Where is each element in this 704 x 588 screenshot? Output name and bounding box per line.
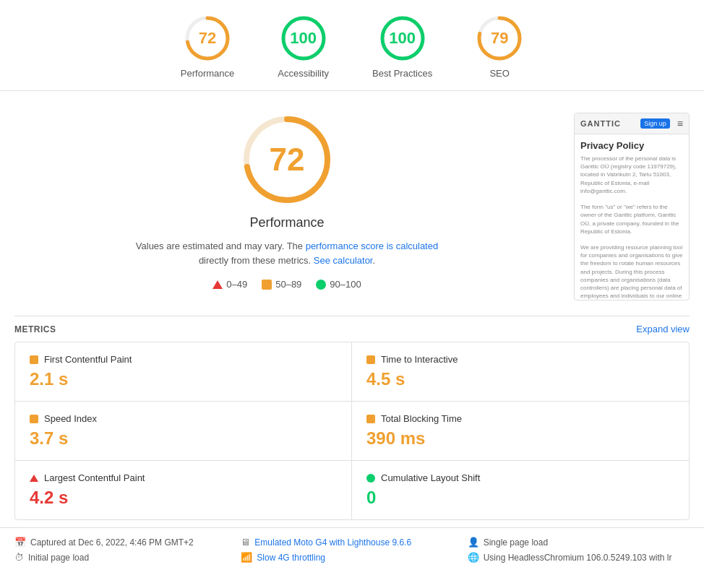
footer-load-type: ⏱ Initial page load xyxy=(14,552,236,563)
score-label-accessibility: Accessibility xyxy=(278,68,329,79)
score-label-seo: SEO xyxy=(489,68,509,79)
metric-lcp-name: Largest Contentful Paint xyxy=(44,472,145,483)
metric-si-label-row: Speed Index xyxy=(30,413,337,424)
score-item-performance[interactable]: 72 Performance xyxy=(181,14,234,79)
footer-throttle: 📶 Slow 4G throttling xyxy=(241,552,463,563)
score-item-accessibility[interactable]: 100 Accessibility xyxy=(278,14,329,79)
signal-icon: 📶 xyxy=(241,552,252,563)
metric-lcp-label-row: Largest Contentful Paint xyxy=(30,472,337,483)
metric-tti: Time to Interactive 4.5 s xyxy=(352,342,689,402)
preview-logo: GANTTIC xyxy=(580,119,621,128)
metric-si: Speed Index 3.7 s xyxy=(15,402,352,461)
legend-orange: 50–89 xyxy=(262,279,301,290)
metric-si-name: Speed Index xyxy=(44,413,97,424)
score-legend: 0–49 50–89 90–100 xyxy=(213,279,361,290)
metric-fcp-value: 2.1 s xyxy=(30,369,337,389)
legend-orange-label: 50–89 xyxy=(275,279,301,290)
score-item-seo[interactable]: 79 SEO xyxy=(476,14,523,79)
metric-tbt-value: 390 ms xyxy=(366,428,674,449)
big-circle-wrap: 72 Performance Values are estimated and … xyxy=(14,113,559,290)
metric-fcp-icon xyxy=(30,355,38,364)
legend-green: 90–100 xyxy=(316,279,361,290)
big-score-title: Performance xyxy=(249,215,324,230)
metric-si-value: 3.7 s xyxy=(30,428,337,449)
metric-lcp: Largest Contentful Paint 4.2 s xyxy=(15,461,352,519)
metric-fcp-label-row: First Contentful Paint xyxy=(30,354,337,365)
metric-tti-icon xyxy=(366,355,375,364)
footer-device: 🖥 Emulated Moto G4 with Lighthouse 9.6.6 xyxy=(241,537,463,548)
footer: 📅 Captured at Dec 6, 2022, 4:46 PM GMT+2… xyxy=(0,527,704,571)
perf-score-link[interactable]: performance score is calculated xyxy=(306,241,439,251)
metric-tti-label-row: Time to Interactive xyxy=(366,354,674,365)
metric-fcp: First Contentful Paint 2.1 s xyxy=(15,342,352,402)
metric-tbt-icon xyxy=(366,415,375,423)
score-circle-seo: 79 xyxy=(476,14,523,62)
metric-lcp-icon xyxy=(30,475,38,482)
user-icon: 👤 xyxy=(468,537,479,548)
metric-tbt: Total Blocking Time 390 ms xyxy=(352,402,689,461)
timer-icon: ⏱ xyxy=(14,552,24,563)
footer-device-link[interactable]: Emulated Moto G4 with Lighthouse 9.6.6 xyxy=(254,537,411,548)
legend-green-label: 90–100 xyxy=(330,279,361,290)
footer-load-type-text: Initial page load xyxy=(28,553,89,563)
preview-page-title: Privacy Policy xyxy=(580,140,683,151)
footer-page-type: 👤 Single page load xyxy=(468,537,690,548)
preview-body: Privacy Policy The processor of the pers… xyxy=(575,134,689,300)
left-panel: 72 Performance Values are estimated and … xyxy=(14,113,559,301)
score-item-best-practices[interactable]: 100 Best Practices xyxy=(372,14,432,79)
footer-throttle-link[interactable]: Slow 4G throttling xyxy=(257,553,325,563)
footer-page-type-text: Single page load xyxy=(484,537,548,548)
main-content: 72 Performance Values are estimated and … xyxy=(0,91,704,316)
metric-tbt-label-row: Total Blocking Time xyxy=(366,413,674,424)
metrics-grid: First Contentful Paint 2.1 s Time to Int… xyxy=(14,342,690,520)
metrics-section: METRICS Expand view First Contentful Pai… xyxy=(0,316,704,520)
calculator-link[interactable]: See calculator xyxy=(314,255,373,266)
footer-browser-text: Using HeadlessChromium 106.0.5249.103 wi… xyxy=(484,553,672,563)
big-score-circle: 72 xyxy=(240,113,334,207)
footer-captured-text: Captured at Dec 6, 2022, 4:46 PM GMT+2 xyxy=(30,537,194,548)
score-circle-best-practices: 100 xyxy=(379,14,426,62)
red-triangle-icon xyxy=(213,280,223,289)
performance-description: Values are estimated and may vary. The p… xyxy=(135,239,439,267)
footer-browser: 🌐 Using HeadlessChromium 106.0.5249.103 … xyxy=(468,552,690,563)
metrics-header: METRICS Expand view xyxy=(14,316,690,342)
score-label-best-practices: Best Practices xyxy=(372,68,432,79)
preview-signup-button[interactable]: Sign up xyxy=(640,118,670,129)
orange-square-icon xyxy=(262,280,272,290)
preview-header: GANTTIC Sign up ≡ xyxy=(575,113,689,134)
metrics-title: METRICS xyxy=(14,324,56,334)
expand-view-button[interactable]: Expand view xyxy=(636,324,690,334)
metric-cls-label-row: Cumulative Layout Shift xyxy=(366,472,674,483)
metric-lcp-value: 4.2 s xyxy=(30,488,337,508)
preview-panel: GANTTIC Sign up ≡ Privacy Policy The pro… xyxy=(574,113,690,301)
legend-red: 0–49 xyxy=(213,279,247,290)
metric-fcp-name: First Contentful Paint xyxy=(44,354,132,365)
device-icon: 🖥 xyxy=(241,537,250,548)
preview-menu-icon[interactable]: ≡ xyxy=(677,118,683,129)
score-label-performance: Performance xyxy=(181,68,234,79)
footer-captured: 📅 Captured at Dec 6, 2022, 4:46 PM GMT+2 xyxy=(14,537,236,548)
metric-cls-name: Cumulative Layout Shift xyxy=(381,472,480,483)
metric-cls-icon xyxy=(366,474,375,483)
metric-tbt-name: Total Blocking Time xyxy=(381,413,462,424)
metric-tti-value: 4.5 s xyxy=(366,369,674,389)
metric-cls-value: 0 xyxy=(366,488,674,508)
preview-page-text: The processor of the personal data is Ga… xyxy=(580,155,683,300)
metric-si-icon xyxy=(30,415,38,423)
score-circle-accessibility: 100 xyxy=(280,14,327,62)
metric-tti-name: Time to Interactive xyxy=(381,354,458,365)
calendar-icon: 📅 xyxy=(14,537,26,548)
metric-cls: Cumulative Layout Shift 0 xyxy=(352,461,689,519)
legend-red-label: 0–49 xyxy=(226,279,247,290)
score-circle-performance: 72 xyxy=(184,14,231,62)
globe-icon: 🌐 xyxy=(468,552,479,563)
green-circle-icon xyxy=(316,280,326,290)
score-bar: 72 Performance 100 Accessibility 100 Bes… xyxy=(0,0,704,91)
